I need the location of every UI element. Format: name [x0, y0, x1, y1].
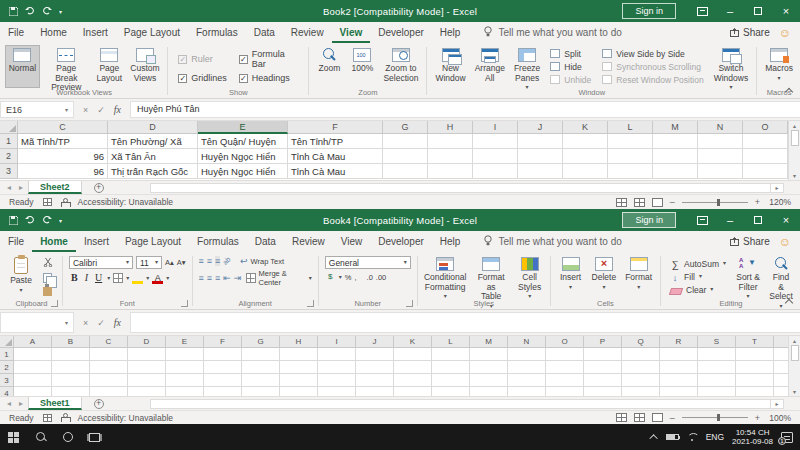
cell-Q1[interactable]	[622, 348, 660, 361]
align-center-icon[interactable]: ≡	[207, 273, 212, 283]
cell-A2[interactable]	[14, 361, 52, 374]
column-header-Q[interactable]: Q	[622, 336, 660, 348]
switch-windows-button[interactable]: SwitchWindows▾	[710, 45, 752, 88]
cell-E2[interactable]: Huyện Ngọc Hiển	[198, 149, 288, 164]
ribbon-tab-review[interactable]: Review	[283, 22, 332, 43]
undo-icon[interactable]	[25, 7, 35, 15]
cell-C2[interactable]: 96	[18, 149, 108, 164]
cell-N2[interactable]	[508, 361, 546, 374]
scrollbar-thumb[interactable]	[791, 130, 799, 146]
paste-button[interactable]: Paste ▾	[5, 254, 37, 299]
new-sheet-button[interactable]: +	[94, 399, 104, 409]
find-select-button[interactable]: Find &Select▾	[765, 254, 797, 299]
cell-D2[interactable]: Xã Tân Ân	[108, 149, 198, 164]
cell-O3[interactable]	[546, 374, 584, 387]
share-button[interactable]: Share	[730, 236, 770, 247]
cell-P1[interactable]	[584, 348, 622, 361]
cell-D2[interactable]	[128, 361, 166, 374]
row-header-4[interactable]: 4	[0, 387, 14, 396]
customize-qat-icon[interactable]: ▾	[59, 8, 62, 15]
undo-icon[interactable]	[25, 216, 35, 224]
normal-view-icon[interactable]	[616, 413, 627, 422]
column-header-O[interactable]: O	[546, 336, 584, 348]
cell-F2[interactable]: Tỉnh Cà Mau	[288, 149, 383, 164]
redo-icon[interactable]	[42, 216, 52, 224]
column-header-J[interactable]: J	[356, 336, 394, 348]
checkbox-gridlines[interactable]: ✓Gridlines	[178, 72, 227, 84]
name-box[interactable]: E16 ▾	[0, 101, 74, 118]
ribbon-tab-file[interactable]: File	[0, 22, 32, 43]
column-header-I[interactable]: I	[318, 336, 356, 348]
scrollbar-thumb[interactable]	[791, 345, 799, 361]
scroll-right-icon[interactable]: ▸	[770, 184, 783, 192]
cell-A3[interactable]	[14, 374, 52, 387]
formula-input[interactable]	[130, 312, 800, 333]
cell-Q2[interactable]	[622, 361, 660, 374]
prev-sheet-icon[interactable]: ◂	[4, 183, 14, 192]
cell-U2[interactable]	[774, 361, 788, 374]
customize-qat-icon[interactable]: ▾	[59, 217, 62, 224]
cell-E4[interactable]	[166, 387, 204, 396]
cell-G2[interactable]	[242, 361, 280, 374]
column-header-O[interactable]: O	[743, 121, 788, 134]
autosum-button[interactable]: ∑AutoSum▾	[670, 259, 726, 269]
scroll-up-icon[interactable]: ▴	[793, 122, 796, 129]
checkbox-headings[interactable]: ✓Headings	[239, 72, 299, 84]
cell-N2[interactable]	[698, 149, 743, 164]
row-header-3[interactable]: 3	[0, 164, 18, 179]
cell-S1[interactable]	[698, 348, 736, 361]
cell-J4[interactable]	[356, 387, 394, 396]
number-format-select[interactable]: General▾	[325, 256, 411, 269]
horizontal-scrollbar[interactable]: ▸	[150, 399, 784, 409]
borders-icon[interactable]	[113, 273, 123, 283]
format-painter-icon[interactable]	[43, 287, 52, 296]
row-header-2[interactable]: 2	[0, 149, 18, 164]
tell-me-box[interactable]: Tell me what you want to do	[468, 231, 621, 252]
zoom-level[interactable]: 100%	[767, 413, 791, 423]
cell-G3[interactable]	[383, 164, 428, 179]
fill-button[interactable]: ↓Fill▾	[670, 272, 726, 282]
cell-G3[interactable]	[242, 374, 280, 387]
column-header-S[interactable]: S	[698, 336, 736, 348]
column-header-B[interactable]: B	[52, 336, 90, 348]
taskbar-clock[interactable]: 10:54 CH2021-09-08	[732, 428, 773, 446]
insert-button[interactable]: Insert▾	[555, 254, 587, 299]
scroll-up-icon[interactable]: ▴	[793, 337, 796, 344]
cell-S4[interactable]	[698, 387, 736, 396]
decrease-indent-icon[interactable]: ⇤	[223, 273, 231, 283]
cell-O3[interactable]	[743, 164, 788, 179]
scroll-down-icon[interactable]: ▾	[793, 388, 796, 395]
freeze-panes-button[interactable]: FreezePanes▾	[510, 45, 544, 88]
cell-N1[interactable]	[698, 134, 743, 149]
cell-O1[interactable]	[743, 134, 788, 149]
page-layout-button[interactable]: PageLayout	[93, 45, 126, 88]
close-button[interactable]: ×	[772, 209, 800, 231]
cell-B3[interactable]	[52, 374, 90, 387]
cell-D3[interactable]	[128, 374, 166, 387]
cell-L2[interactable]	[608, 149, 653, 164]
cell-Q4[interactable]	[622, 387, 660, 396]
column-header-R[interactable]: R	[660, 336, 698, 348]
ribbon-tab-home[interactable]: Home	[32, 231, 76, 252]
decrease-font-icon[interactable]: A▾	[177, 258, 186, 267]
cell-T4[interactable]	[736, 387, 774, 396]
cell-I3[interactable]	[318, 374, 356, 387]
ribbon-tab-file[interactable]: File	[0, 231, 32, 252]
conditional-formatting-button[interactable]: ConditionalFormatting▾	[422, 254, 469, 299]
font-size-select[interactable]: 11▾	[136, 256, 162, 269]
cell-U3[interactable]	[774, 374, 788, 387]
cell-D1[interactable]: Tên Phường/ Xã	[108, 134, 198, 149]
cell-B4[interactable]	[52, 387, 90, 396]
increase-indent-icon[interactable]: ⇥	[234, 273, 242, 283]
task-view-icon[interactable]	[81, 424, 108, 450]
cell-F2[interactable]	[204, 361, 242, 374]
font-dialog-launcher-icon[interactable]	[181, 300, 188, 307]
cell-L4[interactable]	[432, 387, 470, 396]
align-middle-icon[interactable]: ≡	[207, 256, 212, 266]
page-break-preview-button[interactable]: Page BreakPreview	[41, 45, 92, 88]
cell-G2[interactable]	[383, 149, 428, 164]
cell-C4[interactable]	[90, 387, 128, 396]
cell-F1[interactable]: Tên Tỉnh/TP	[288, 134, 383, 149]
new-sheet-button[interactable]: +	[94, 183, 104, 193]
cell-L3[interactable]	[432, 374, 470, 387]
